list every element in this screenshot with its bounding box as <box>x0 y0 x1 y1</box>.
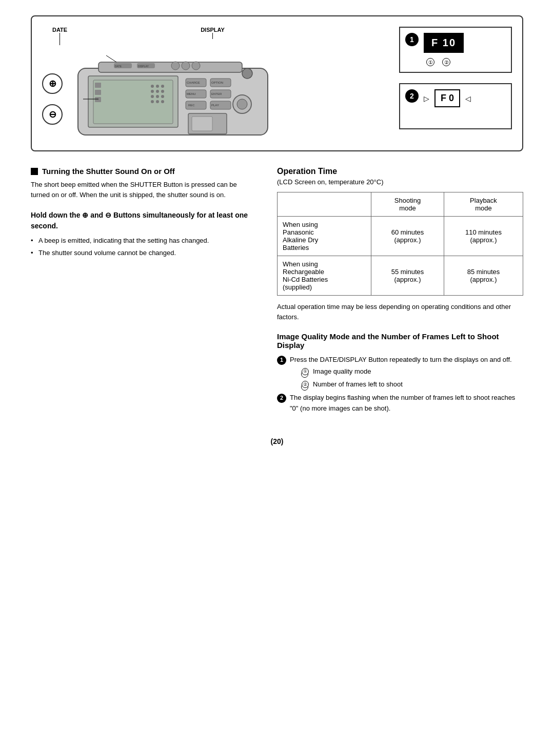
svg-text:REC: REC <box>188 104 195 107</box>
item-2-number-icon: 2 <box>277 394 286 403</box>
svg-rect-31 <box>192 117 212 131</box>
svg-point-15 <box>151 90 154 93</box>
svg-text:MENU: MENU <box>187 92 196 95</box>
sub-item-1-2: ② Number of frames left to shoot <box>300 379 523 390</box>
svg-point-33 <box>237 99 247 109</box>
svg-point-16 <box>156 90 159 93</box>
date-label: DATE <box>52 27 67 45</box>
diagram-2-content: ▷ F 0 ◁ <box>424 89 471 107</box>
content-area: Turning the Shutter Sound On or Off The … <box>31 167 523 417</box>
svg-text:PLAY: PLAY <box>211 104 219 107</box>
operation-time-subtitle: (LCD Screen on, temperature 20°C) <box>277 178 523 186</box>
f0-display: F 0 <box>434 89 460 107</box>
hold-down-title: Hold down the ⊕ and ⊖ Buttons simultaneo… <box>31 210 256 231</box>
diagram-section: DATE DISPLAY ⊕ ⊖ <box>31 15 523 151</box>
svg-text:CHARGE: CHARGE <box>187 81 200 84</box>
svg-point-21 <box>151 100 154 103</box>
display-label: DISPLAY <box>201 27 225 45</box>
svg-line-35 <box>106 55 116 62</box>
table-row-1-shooting: 60 minutes(approx.) <box>371 217 444 256</box>
minus-button-icon: ⊖ <box>42 104 63 125</box>
operation-time-section: Operation Time (LCD Screen on, temperatu… <box>277 167 523 322</box>
image-quality-item-1: 1 Press the DATE/DISPLAY Button repeated… <box>277 355 523 390</box>
plus-button-icon: ⊕ <box>42 73 63 94</box>
table-row-2: When usingRechargeableNi-Cd Batteries(su… <box>278 256 523 296</box>
table-row-1: When usingPanasonicAlkaline DryBatteries… <box>278 217 523 256</box>
camera-svg: DATE DISPLAY CHARGE OPTION MENU ENTER RE… <box>73 53 278 140</box>
svg-rect-8 <box>93 80 173 124</box>
diagram-1-number: 1 <box>405 33 419 46</box>
table-row-1-playback: 110 minutes(approx.) <box>444 217 523 256</box>
page-container: DATE DISPLAY ⊕ ⊖ <box>0 0 554 756</box>
diagram-box-1: 1 F 10 ① ② <box>399 27 512 73</box>
shutter-sound-section: Turning the Shutter Sound On or Off The … <box>31 167 256 200</box>
table-col2-header: Shooting mode <box>371 192 444 217</box>
svg-point-19 <box>156 95 159 98</box>
arrow-right-icon: ◁ <box>465 94 471 103</box>
table-row-2-label: When usingRechargeableNi-Cd Batteries(su… <box>278 256 371 296</box>
table-row-1-label: When usingPanasonicAlkaline DryBatteries <box>278 217 371 256</box>
table-row-2-playback: 85 minutes(approx.) <box>444 256 523 296</box>
camera-diagram: DATE DISPLAY ⊕ ⊖ <box>42 27 384 140</box>
svg-point-20 <box>161 95 164 98</box>
plus-minus-buttons: ⊕ ⊖ <box>42 73 63 125</box>
diagram-1-content: F 10 ① ② <box>424 33 464 66</box>
operation-table: Shooting mode Playback mode <box>277 192 523 296</box>
svg-point-34 <box>242 68 252 79</box>
f10-display: F 10 <box>424 33 464 53</box>
svg-point-22 <box>156 100 159 103</box>
sub-label-2: ② <box>442 58 450 66</box>
sub-list-1: ① Image quality mode ② Number of frames … <box>290 366 523 390</box>
hold-down-section: Hold down the ⊕ and ⊖ Buttons simultaneo… <box>31 210 256 258</box>
svg-text:DISPLAY: DISPLAY <box>138 65 149 68</box>
image-quality-title: Image Quality Mode and the Number of Fra… <box>277 332 523 350</box>
svg-point-13 <box>156 85 159 88</box>
arrow-left-icon: ▷ <box>424 94 429 103</box>
table-col1-header <box>278 192 371 217</box>
bullet-item-2: The shutter sound volume cannot be chang… <box>31 248 256 258</box>
diagram-2-number: 2 <box>405 89 419 103</box>
svg-point-5 <box>182 62 190 70</box>
svg-rect-11 <box>95 97 101 102</box>
diagram-box-2: 2 ▷ F 0 ◁ <box>399 83 512 129</box>
image-quality-item-2: 2 The display begins flashing when the n… <box>277 393 523 414</box>
bullet-list: A beep is emitted, indicating that the s… <box>31 236 256 258</box>
svg-text:OPTION: OPTION <box>211 81 223 84</box>
svg-rect-9 <box>95 83 101 88</box>
table-row-2-shooting: 55 minutes(approx.) <box>371 256 444 296</box>
svg-text:ENTER: ENTER <box>211 92 222 95</box>
svg-point-12 <box>151 85 154 88</box>
svg-point-6 <box>192 62 200 70</box>
right-diagrams: 1 F 10 ① ② 2 ▷ F 0 ◁ <box>399 27 512 129</box>
camera-area: ⊕ ⊖ <box>42 53 384 140</box>
svg-point-23 <box>161 100 164 103</box>
svg-point-18 <box>151 95 154 98</box>
svg-rect-10 <box>95 90 101 95</box>
item-1-number-icon: 1 <box>277 356 286 365</box>
shutter-sound-title: Turning the Shutter Sound On or Off <box>31 167 256 176</box>
svg-point-17 <box>161 90 164 93</box>
image-quality-list: 1 Press the DATE/DISPLAY Button repeated… <box>277 355 523 414</box>
sub-circle-1-icon: ① <box>302 368 309 375</box>
bullet-item-1: A beep is emitted, indicating that the s… <box>31 236 256 246</box>
right-column: Operation Time (LCD Screen on, temperatu… <box>277 167 523 417</box>
left-column: Turning the Shutter Sound On or Off The … <box>31 167 256 417</box>
image-quality-section: Image Quality Mode and the Number of Fra… <box>277 332 523 414</box>
table-col3-header: Playback mode <box>444 192 523 217</box>
sub-label-1: ① <box>426 58 434 66</box>
sub-circle-2-icon: ② <box>302 381 309 388</box>
top-labels: DATE DISPLAY <box>52 27 384 45</box>
shutter-sound-body: The short beep emitted when the SHUTTER … <box>31 180 256 200</box>
operation-time-title: Operation Time <box>277 167 523 176</box>
table-note: Actual operation time may be less depend… <box>277 302 523 322</box>
page-number: (20) <box>31 437 523 445</box>
diagram-1-sub-labels: ① ② <box>424 58 464 66</box>
svg-point-14 <box>161 85 164 88</box>
svg-point-4 <box>171 62 180 70</box>
svg-text:DATE: DATE <box>115 65 122 68</box>
black-square-icon <box>31 168 38 175</box>
sub-item-1-1: ① Image quality mode <box>300 366 523 377</box>
